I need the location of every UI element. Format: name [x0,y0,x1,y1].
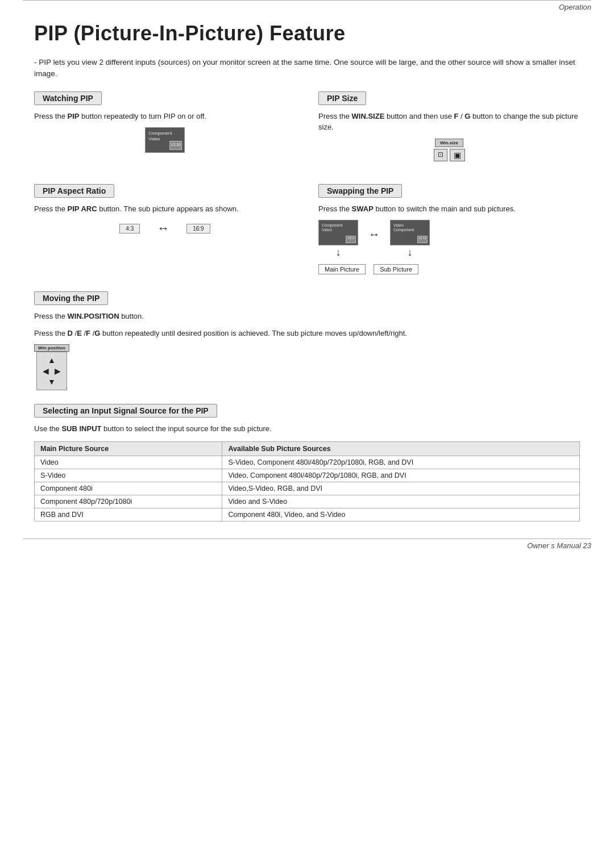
win-size-icons-row: ⊡ ▣ [434,149,465,161]
main-source-cell: Component 480p/720p/1080i [35,495,222,508]
swap-labels-row: Main Picture Sub Picture [318,264,580,274]
watching-pip-section: Watching PIP Press the PIP button repeat… [34,91,296,167]
pip-aspect-ratio-section: PIP Aspect Ratio Press the PIP ARC butto… [34,184,296,275]
pip-size-section: PIP Size Press the WIN.SIZE button and t… [318,91,580,167]
winsize-bold: WIN.SIZE [352,112,385,120]
col1-header: Main Picture Source [35,441,222,456]
size-large-icon: ▣ [450,149,465,161]
up-arrow-icon: ▲ [48,356,56,365]
d-bold: D [68,329,73,337]
win-size-label-box: Win.size [435,139,463,147]
pip-aspect-text: Press the PIP ARC button. The sub pictur… [34,203,296,215]
swap-screen1: ComponentVideo 10 x [318,220,358,245]
pip-size-text: Press the WIN.SIZE button and then use F… [318,111,580,133]
swap-s1-label: ComponentVideo [321,222,343,233]
moving-pip-text1: Press the WIN.POSITION button. [34,311,580,322]
swap-s2-sub: xx xx [417,236,428,243]
swap-screens-row: ComponentVideo 10 x ↓ ↔ VideoComponent x… [318,220,580,260]
col2-header: Available Sub Picture Sources [222,441,580,456]
win-pos-mockup: Win position ▲ ◀ ▶ ▼ [34,344,580,390]
right-arrow-icon: ▶ [55,366,61,375]
win-pos-arrows-box: ▲ ◀ ▶ ▼ [36,352,67,390]
content-area: Watching PIP Press the PIP button repeat… [0,91,614,521]
watching-pip-screen: ComponentVideo 10:30 [145,127,185,153]
swap-bold: SWAP [352,205,374,213]
swapping-pip-header: Swapping the PIP [318,184,402,198]
ratio-16-9: 16:9 [186,224,210,233]
win-pos-box: Win position ▲ ◀ ▶ ▼ [34,344,69,390]
main-picture-label: Main Picture [318,264,366,274]
main-source-cell: S-Video [35,469,222,482]
e-bold: E [77,329,82,337]
sub-source-cell: S-Video, Component 480i/480p/720p/1080i,… [222,456,580,469]
main-source-cell: RGB and DVI [35,508,222,521]
swap-screen1-container: ComponentVideo 10 x ↓ [318,220,358,260]
row-1: Watching PIP Press the PIP button repeat… [34,91,580,167]
f-bold2: F [86,329,90,337]
swap-s1-sub: 10 x [346,236,356,243]
moving-pip-header: Moving the PIP [34,291,108,305]
swap-s2-sub-text: xx xx [418,236,427,240]
screen-time: 10:30 [170,141,181,147]
aspect-ratio-arrow-row: 4:3 ↔ 16:9 [34,221,296,236]
selecting-input-section: Selecting an Input Signal Source for the… [34,404,580,521]
g-bold: G [464,112,470,120]
sub-input-bold: SUB INPUT [61,424,101,433]
swap-down-arrow-1: ↓ [336,247,341,258]
footer-label: Owner s Manual 23 [0,539,614,556]
watching-pip-header: Watching PIP [34,91,102,105]
selecting-input-text: Use the SUB INPUT button to select the i… [34,423,580,435]
size-small-icon: ⊡ [434,149,447,161]
win-pos-label: Win position [34,344,69,352]
moving-pip-text2: Press the D /E /F /G button repeatedly u… [34,328,580,339]
swap-screen2-container: VideoComponent xx xx ↓ [390,220,430,260]
swap-arrow-icon: ↔ [368,228,380,241]
left-right-arrows: ◀ ▶ [43,366,61,375]
swap-s2-label: VideoComponent [392,222,415,233]
main-source-cell: Video [35,456,222,469]
section-label: Operation [0,1,614,11]
table-row: Component 480iVideo,S-Video, RGB, and DV… [35,482,580,495]
swap-screen2: VideoComponent xx xx [390,220,430,245]
moving-pip-section: Moving the PIP Press the WIN.POSITION bu… [34,291,580,390]
pip-arc-bold: PIP ARC [68,205,97,213]
win-pos-bold: WIN.POSITION [68,312,119,320]
row-2: PIP Aspect Ratio Press the PIP ARC butto… [34,184,580,275]
pip-size-header: PIP Size [318,91,366,105]
sub-source-cell: Video, Component 480i/480p/720p/1080i, R… [222,469,580,482]
watching-pip-text: Press the PIP button repeatedly to turn … [34,111,296,122]
page-title: PIP (Picture-In-Picture) Feature [0,11,614,51]
sub-source-cell: Video and S-Video [222,495,580,508]
sub-source-cell: Video,S-Video, RGB, and DVI [222,482,580,495]
swapping-pip-section: Swapping the PIP Press the SWAP button t… [318,184,580,275]
screen-sub-pip: 10:30 [169,141,182,150]
pip-bold: PIP [68,112,80,120]
g-bold2: G [94,329,100,337]
down-arrow-icon: ▼ [48,377,56,386]
ratio-4-3: 4:3 [119,224,140,233]
win-size-mockup: Win.size ⊡ ▣ [318,139,580,161]
intro-text: - PIP lets you view 2 different inputs (… [0,51,614,91]
table-row: RGB and DVIComponent 480i, Video, and S-… [35,508,580,521]
arrow-both-icon: ↔ [157,221,169,236]
watching-pip-screen-container: ComponentVideo 10:30 [34,127,296,153]
swap-s1-sub-text: 10 x [346,236,355,240]
pip-table-header: Main Picture Source Available Sub Pictur… [35,441,580,456]
sub-picture-label: Sub Picture [374,264,418,274]
pip-aspect-ratio-header: PIP Aspect Ratio [34,184,114,198]
pip-table-header-row: Main Picture Source Available Sub Pictur… [35,441,580,456]
sub-source-cell: Component 480i, Video, and S-Video [222,508,580,521]
f-bold: F [454,112,458,120]
table-row: Component 480p/720p/1080iVideo and S-Vid… [35,495,580,508]
table-row: S-VideoVideo, Component 480i/480p/720p/1… [35,469,580,482]
selecting-input-header: Selecting an Input Signal Source for the… [34,404,217,418]
swap-down-arrow-2: ↓ [408,247,413,258]
left-arrow-icon: ◀ [43,366,49,375]
pip-source-table: Main Picture Source Available Sub Pictur… [34,441,580,521]
swapping-pip-text: Press the SWAP button to switch the main… [318,203,580,215]
main-source-cell: Component 480i [35,482,222,495]
table-row: VideoS-Video, Component 480i/480p/720p/1… [35,456,580,469]
win-size-box-container: Win.size ⊡ ▣ [434,139,465,161]
pip-table-body: VideoS-Video, Component 480i/480p/720p/1… [35,456,580,521]
